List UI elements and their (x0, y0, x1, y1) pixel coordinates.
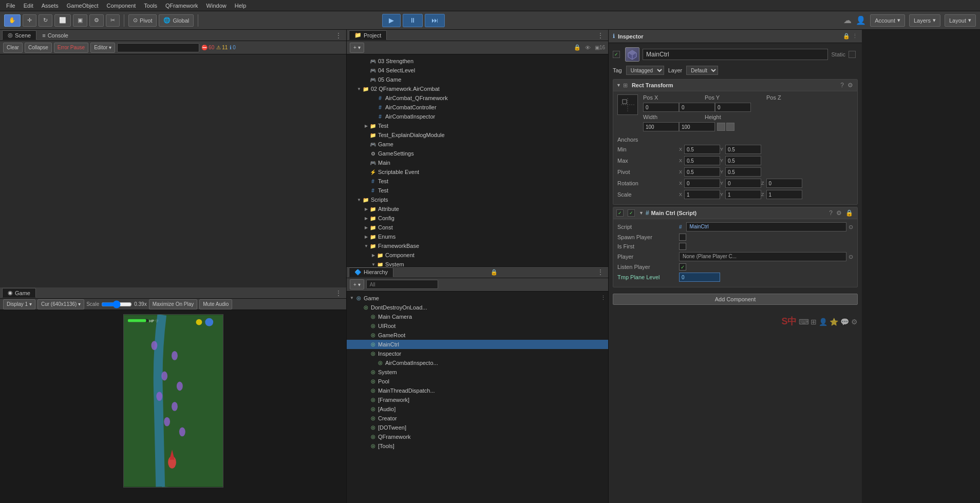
project-tree-item-config[interactable]: ▶📁Config (347, 214, 608, 223)
rect-transform-header[interactable]: ▼ ⊞ Rect Transform ? ⚙ (613, 80, 857, 91)
global-btn[interactable]: 🌐 Global (159, 14, 194, 27)
project-tree-item-fwbase[interactable]: ▼📁FrameworkBase (347, 241, 608, 250)
rect-transform-settings-icon[interactable]: ⚙ (846, 82, 854, 89)
step-btn[interactable]: ⏭ (425, 14, 445, 27)
tool-rotate[interactable]: ↻ (39, 14, 52, 27)
lock-icon[interactable]: 🔒 (574, 44, 581, 51)
hierarchy-add-btn[interactable]: + ▾ (350, 279, 364, 289)
menu-edit[interactable]: Edit (20, 2, 37, 10)
pivot-btn[interactable]: ⊙ Pivot (128, 14, 157, 27)
rotation-x-field[interactable] (684, 179, 720, 188)
tag-dropdown[interactable]: Untagged (626, 66, 664, 75)
scene-panel-menu[interactable]: ⋮ (333, 31, 344, 40)
tool-scale[interactable]: ⬜ (54, 14, 71, 27)
hierarchy-item-tools_h[interactable]: ◎[Tools] (347, 441, 608, 451)
hierarchy-item-mainthreaddis[interactable]: ◎MainThreadDispatch... (347, 386, 608, 395)
hierarchy-item-uiroot[interactable]: ◎UIRoot (347, 321, 608, 331)
player-target-icon[interactable]: ⊙ (849, 254, 853, 260)
project-tree-item-system[interactable]: ▼📁System (347, 260, 608, 266)
project-tree-item-component[interactable]: ▶📁Component (347, 250, 608, 260)
is-first-checkbox[interactable] (679, 243, 686, 250)
clear-btn[interactable]: Clear (3, 43, 23, 53)
anchors-max-x-field[interactable] (684, 156, 720, 165)
resolution-btn[interactable]: Cur (640x1136) ▾ (37, 299, 84, 309)
project-tree-item-sel04[interactable]: 🎮04 SelectLevel (347, 66, 608, 75)
main-ctrl-checkbox2[interactable] (628, 209, 635, 217)
scale-x-field[interactable] (684, 190, 720, 199)
width-field[interactable] (643, 122, 679, 131)
add-component-btn[interactable]: Add Component (613, 294, 858, 305)
menu-component[interactable]: Component (102, 2, 140, 10)
tool-custom[interactable]: ✂ (106, 14, 120, 27)
mute-btn[interactable]: Mute Audio (199, 299, 232, 309)
pos-y-field[interactable] (679, 103, 715, 112)
scale-slider[interactable] (101, 300, 132, 308)
rotation-z-field[interactable] (766, 179, 802, 188)
tab-scene[interactable]: ◎ Scene (2, 30, 36, 40)
project-panel-menu[interactable]: ⋮ (595, 31, 606, 40)
tab-project[interactable]: 📁 Project (349, 30, 387, 40)
project-tree-item-qfw[interactable]: ▼📁02 QFramework.AirCombat (347, 84, 608, 93)
collapse-btn[interactable]: Collapse (25, 43, 52, 53)
play-btn[interactable]: ▶ (382, 14, 401, 27)
project-tree-item-const[interactable]: ▶📁Const (347, 223, 608, 232)
spawn-player-checkbox[interactable] (679, 234, 686, 241)
pivot-y-field[interactable] (725, 167, 761, 177)
project-tree-item-scripts[interactable]: ▼📁Scripts (347, 195, 608, 204)
hierarchy-item-menu-icon[interactable]: ⋮ (600, 295, 606, 301)
tool-rect[interactable]: ▣ (73, 14, 87, 27)
tab-hierarchy[interactable]: 🔷 Hierarchy (349, 267, 393, 277)
tool-transform[interactable]: ⚙ (89, 14, 104, 27)
project-tree-item-enums[interactable]: ▶📁Enums (347, 232, 608, 241)
editor-btn[interactable]: Editor ▾ (90, 43, 115, 53)
display-btn[interactable]: Display 1 ▾ (3, 299, 35, 309)
hierarchy-item-creator_h[interactable]: ◎Creator (347, 414, 608, 423)
hierarchy-item-pool_h[interactable]: ◎Pool (347, 377, 608, 386)
anchors-max-y-field[interactable] (725, 156, 761, 165)
project-tree-item-aircombat_q[interactable]: #AirCombat_QFramework (347, 93, 608, 103)
hierarchy-lock-icon[interactable]: 🔒 (491, 269, 498, 276)
menu-tools[interactable]: Tools (140, 2, 161, 10)
tool-hand[interactable]: ✋ (4, 14, 21, 27)
main-ctrl-header[interactable]: ▼ # Main Ctrl (Script) ? ⚙ 🔒 (613, 207, 857, 219)
static-checkbox[interactable] (849, 51, 856, 58)
maximize-btn[interactable]: Maximize On Play (149, 299, 198, 309)
hierarchy-item-audio_h[interactable]: ◎[Audio] (347, 404, 608, 414)
scale-z-field[interactable] (766, 190, 802, 199)
hierarchy-item-dontdestr_h[interactable]: ◎DontDestroyOnLoad... (347, 303, 608, 312)
hierarchy-item-inspector_h[interactable]: ◎Inspector (347, 349, 608, 358)
project-tree-item-str03[interactable]: 🎮03 Strengthen (347, 56, 608, 66)
hierarchy-item-aircombatinsp[interactable]: ◎AirCombatInspecto... (347, 358, 608, 367)
project-tree-item-aircombat_i[interactable]: #AirCombatInspector (347, 112, 608, 121)
layer-dropdown[interactable]: Default (686, 66, 718, 75)
hierarchy-item-maincamera[interactable]: ◎Main Camera (347, 312, 608, 321)
tmp-plane-level-field[interactable] (679, 273, 720, 282)
project-tree-item-aircombat_c[interactable]: #AirCombatController (347, 103, 608, 112)
scale-y-field[interactable] (725, 190, 761, 199)
console-search[interactable] (117, 43, 199, 52)
menu-file[interactable]: File (2, 2, 20, 10)
object-enabled-checkbox[interactable] (613, 51, 620, 58)
tab-game[interactable]: ◉ Game (2, 288, 36, 298)
project-tree-item-test2[interactable]: #Test (347, 186, 608, 195)
height-field[interactable] (679, 122, 715, 131)
pos-z-field[interactable] (715, 103, 751, 112)
project-tree-item-attr[interactable]: ▶📁Attribute (347, 204, 608, 214)
rect-transform-help-icon[interactable]: ? (839, 82, 845, 89)
menu-window[interactable]: Window (202, 2, 231, 10)
hierarchy-item-mainctr_h[interactable]: ◎MainCtrl (347, 340, 608, 349)
eye-icon[interactable]: 👁 (585, 45, 591, 51)
hierarchy-panel-menu[interactable]: ⋮ (595, 268, 606, 276)
anchors-min-y-field[interactable] (725, 145, 761, 154)
hierarchy-item-qfw_h[interactable]: ◎QFramework (347, 432, 608, 441)
pause-btn[interactable]: ⏸ (403, 14, 423, 27)
main-ctrl-lock-icon[interactable]: 🔒 (844, 209, 854, 217)
rotation-y-field[interactable] (725, 179, 761, 188)
error-pause-btn[interactable]: Error Pause (54, 43, 88, 53)
anchor-preset-widget[interactable] (617, 94, 638, 115)
project-tree-item-game05[interactable]: 🎮05 Game (347, 75, 608, 84)
account-dropdown[interactable]: Account ▾ (870, 14, 905, 27)
anchors-min-x-field[interactable] (684, 145, 720, 154)
project-tree-item-game_scene[interactable]: 🎮Game (347, 140, 608, 149)
player-ref-field[interactable]: None (Plane Player C... (679, 252, 846, 261)
